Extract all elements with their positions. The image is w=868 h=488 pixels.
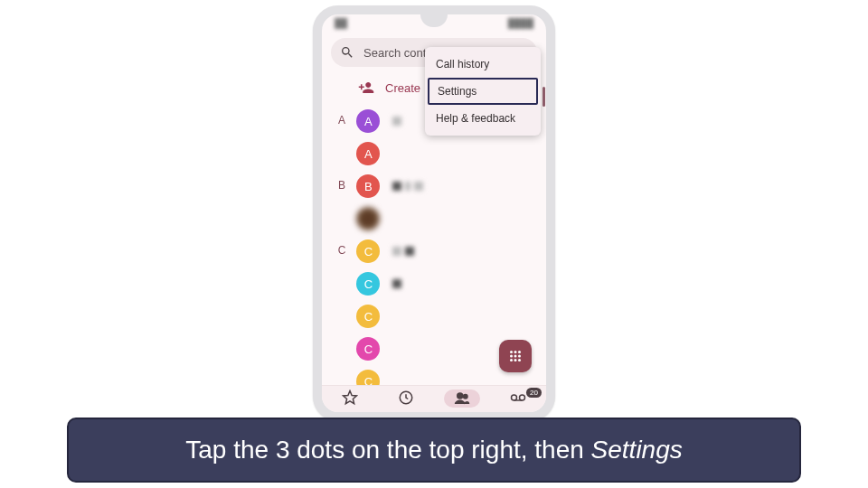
caption-italic: Settings bbox=[591, 436, 683, 464]
svg-point-12 bbox=[512, 395, 517, 400]
nav-voicemail[interactable]: 20 bbox=[500, 389, 536, 406]
dialpad-icon bbox=[507, 348, 524, 364]
section-header: C bbox=[331, 235, 353, 257]
avatar: B bbox=[356, 174, 380, 198]
contacts-icon bbox=[454, 390, 470, 407]
list-item[interactable]: A bbox=[356, 105, 401, 137]
list-item[interactable]: C bbox=[356, 267, 414, 300]
voicemail-badge: 20 bbox=[526, 388, 542, 398]
avatar: C bbox=[356, 305, 380, 328]
caption-pre: Tap the 3 dots on the top right, then bbox=[185, 436, 590, 464]
scroll-handle[interactable] bbox=[542, 87, 545, 107]
contact-name bbox=[392, 117, 401, 126]
svg-point-3 bbox=[510, 355, 513, 358]
section-header: B bbox=[331, 170, 353, 192]
voicemail-icon bbox=[510, 389, 526, 406]
add-contact-icon bbox=[358, 80, 374, 96]
contact-name bbox=[392, 247, 414, 256]
svg-point-0 bbox=[510, 351, 513, 353]
list-item[interactable]: B bbox=[356, 170, 423, 202]
menu-item-call-history[interactable]: Call history bbox=[425, 51, 541, 78]
list-item[interactable] bbox=[356, 202, 423, 235]
list-item[interactable]: C bbox=[356, 235, 414, 267]
bottom-nav: 20 bbox=[322, 385, 546, 412]
dialpad-button[interactable] bbox=[499, 340, 532, 372]
avatar: A bbox=[356, 142, 380, 165]
avatar: C bbox=[356, 272, 380, 296]
avatar: C bbox=[356, 239, 380, 263]
svg-point-7 bbox=[514, 359, 517, 361]
svg-point-1 bbox=[514, 351, 517, 353]
svg-point-4 bbox=[514, 355, 517, 358]
clock-icon bbox=[398, 389, 414, 406]
svg-point-2 bbox=[518, 351, 521, 353]
svg-point-5 bbox=[518, 355, 521, 358]
avatar: C bbox=[356, 337, 380, 361]
nav-recents[interactable] bbox=[388, 389, 424, 406]
list-item[interactable]: C bbox=[356, 333, 414, 365]
create-label: Create bbox=[385, 81, 420, 95]
section-header: A bbox=[331, 105, 353, 127]
list-item[interactable]: A bbox=[356, 137, 401, 170]
star-icon bbox=[342, 389, 358, 406]
overflow-menu: Call history Settings Help & feedback bbox=[425, 47, 541, 136]
avatar: A bbox=[356, 109, 380, 133]
nav-contacts[interactable] bbox=[444, 389, 480, 408]
nav-favorites[interactable] bbox=[332, 389, 368, 406]
list-item[interactable]: C bbox=[356, 300, 414, 333]
avatar bbox=[356, 207, 380, 230]
search-icon bbox=[340, 45, 354, 60]
svg-point-8 bbox=[518, 359, 521, 361]
svg-point-13 bbox=[520, 395, 525, 400]
contact-name bbox=[392, 182, 423, 191]
instruction-caption: Tap the 3 dots on the top right, then Se… bbox=[67, 418, 801, 483]
svg-point-6 bbox=[510, 359, 513, 361]
svg-point-11 bbox=[464, 395, 468, 399]
phone-frame: ██████ Search contacts Create Call histo… bbox=[313, 5, 555, 421]
contact-name bbox=[392, 279, 401, 288]
menu-item-settings[interactable]: Settings bbox=[428, 78, 538, 105]
svg-point-10 bbox=[458, 393, 463, 399]
menu-item-help-feedback[interactable]: Help & feedback bbox=[425, 105, 541, 132]
